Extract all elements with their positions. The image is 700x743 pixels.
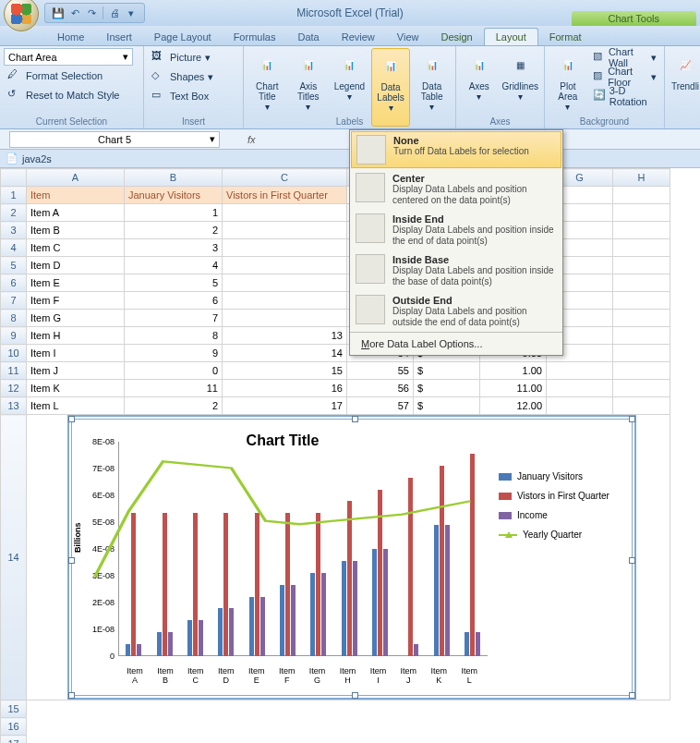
cell-H11[interactable]: [613, 362, 670, 380]
shapes-button[interactable]: ◇Shapes▾: [148, 67, 239, 86]
more-data-label-options[interactable]: More Data Label Options...: [350, 332, 562, 355]
cell-B11[interactable]: 0: [125, 362, 223, 380]
cell-C12[interactable]: 16: [223, 380, 347, 397]
row-header-1[interactable]: 1: [1, 187, 27, 204]
cell-E11[interactable]: $: [414, 362, 480, 380]
row-header-10[interactable]: 10: [1, 345, 27, 362]
cell-A5[interactable]: Item D: [27, 257, 125, 274]
tab-layout[interactable]: Layout: [484, 28, 538, 45]
trendline-button[interactable]: 📈Trendli: [669, 48, 700, 127]
picture-button[interactable]: 🖼Picture▾: [148, 48, 239, 67]
resize-handle[interactable]: [68, 557, 75, 564]
cell-A2[interactable]: Item A: [27, 204, 125, 222]
tab-review[interactable]: Review: [331, 29, 386, 45]
cell-A6[interactable]: Item E: [27, 274, 125, 292]
cell-E12[interactable]: $: [414, 380, 480, 397]
cell-C11[interactable]: 15: [223, 362, 347, 380]
cell-D13[interactable]: 57: [347, 397, 414, 415]
cell-E13[interactable]: $: [414, 397, 480, 415]
fx-icon[interactable]: fx: [247, 134, 256, 145]
resize-handle[interactable]: [629, 416, 635, 422]
col-header-H[interactable]: H: [613, 169, 670, 187]
tab-data[interactable]: Data: [286, 29, 330, 45]
row-header-4[interactable]: 4: [1, 239, 27, 257]
print-icon[interactable]: 🖨: [107, 6, 122, 20]
cell-B1[interactable]: January Visitors: [125, 187, 223, 204]
cell-C2[interactable]: [223, 204, 347, 222]
cell-H9[interactable]: [613, 327, 670, 345]
row-header-15[interactable]: 15: [1, 700, 27, 718]
cell-F11[interactable]: 1.00: [480, 362, 547, 380]
cell-A7[interactable]: Item F: [27, 292, 125, 310]
cell-D12[interactable]: 56: [347, 380, 414, 397]
textbox-button[interactable]: ▭Text Box: [148, 87, 239, 105]
tab-page-layout[interactable]: Page Layout: [143, 29, 223, 45]
cell-B12[interactable]: 11: [125, 380, 223, 397]
cell-A3[interactable]: Item B: [27, 222, 125, 239]
row-header-12[interactable]: 12: [1, 380, 27, 397]
cell-B8[interactable]: 7: [125, 310, 223, 327]
redo-icon[interactable]: ↷: [84, 6, 99, 20]
chart-object[interactable]: Chart TitleBillions01E-082E-083E-084E-08…: [71, 419, 633, 696]
cell-D11[interactable]: 55: [347, 362, 414, 380]
resize-handle[interactable]: [68, 416, 75, 422]
col-header-A[interactable]: A: [27, 169, 125, 187]
cell-F12[interactable]: 11.00: [480, 380, 547, 397]
cell-H5[interactable]: [613, 257, 670, 274]
dropdown-item-inside-base[interactable]: Inside BaseDisplay Data Labels and posit…: [350, 250, 562, 291]
resize-handle[interactable]: [629, 692, 635, 699]
cell-B9[interactable]: 8: [125, 327, 223, 345]
cell-C1[interactable]: Vistors in First Quarter: [223, 187, 347, 204]
cell-C10[interactable]: 14: [223, 345, 347, 362]
tab-formulas[interactable]: Formulas: [223, 29, 287, 45]
row-header-3[interactable]: 3: [1, 222, 27, 239]
row-header-11[interactable]: 11: [1, 362, 27, 380]
legend-item[interactable]: January Visitors: [499, 471, 622, 481]
cell-G13[interactable]: [547, 397, 613, 415]
legend-item[interactable]: Vistors in First Quarter: [499, 491, 622, 501]
legend-item[interactable]: Income: [499, 510, 622, 520]
dropdown-item-outside-end[interactable]: Outside EndDisplay Data Labels and posit…: [350, 291, 562, 332]
row-header-13[interactable]: 13: [1, 397, 27, 415]
row-header-14[interactable]: 14: [1, 415, 27, 700]
tab-insert[interactable]: Insert: [95, 29, 143, 45]
tab-home[interactable]: Home: [46, 29, 95, 45]
format-selection-button[interactable]: 🖊 Format Selection: [4, 67, 139, 85]
qat-more-icon[interactable]: ▾: [124, 6, 139, 20]
gridlines-button[interactable]: ▦Gridlines▾: [501, 48, 540, 127]
row-header-16[interactable]: 16: [1, 718, 27, 736]
tab-format[interactable]: Format: [538, 29, 593, 45]
cell-A13[interactable]: Item L: [27, 397, 125, 415]
save-icon[interactable]: 💾: [51, 6, 66, 20]
row-header-9[interactable]: 9: [1, 327, 27, 345]
cell-A10[interactable]: Item I: [27, 345, 125, 362]
reset-style-button[interactable]: ↺ Reset to Match Style: [4, 86, 139, 104]
chevron-down-icon[interactable]: ▾: [210, 133, 215, 145]
row-header-7[interactable]: 7: [1, 292, 27, 310]
cell-B2[interactable]: 1: [125, 204, 223, 222]
cell-H12[interactable]: [613, 380, 670, 397]
data-labels-button[interactable]: 📊Data Labels▾: [371, 48, 411, 127]
cell-C3[interactable]: [223, 222, 347, 239]
plot-area-button[interactable]: 📊Plot Area▾: [549, 48, 587, 127]
col-header-B[interactable]: B: [125, 169, 223, 187]
data-table-button[interactable]: 📊Data Table▾: [412, 48, 452, 127]
axis-titles-button[interactable]: 📊Axis Titles▾: [289, 48, 329, 127]
3d-rotation-button[interactable]: 🔄3-D Rotation: [589, 87, 660, 105]
dropdown-item-none[interactable]: NoneTurn off Data Labels for selection: [351, 131, 561, 168]
tab-design[interactable]: Design: [429, 29, 483, 45]
cell-B3[interactable]: 2: [125, 222, 223, 239]
cell-C13[interactable]: 17: [223, 397, 347, 415]
row-header-17[interactable]: 17: [1, 736, 27, 744]
chart-legend[interactable]: January VisitorsVistors in First Quarter…: [488, 425, 626, 689]
cell-A9[interactable]: Item H: [27, 327, 125, 345]
axes-button[interactable]: 📊Axes▾: [460, 48, 499, 127]
cell-A11[interactable]: Item J: [27, 362, 125, 380]
select-all-corner[interactable]: [1, 169, 27, 187]
chart-element-combo[interactable]: Chart Area▾: [4, 48, 133, 66]
resize-handle[interactable]: [68, 692, 75, 699]
legend-item[interactable]: Yearly Quarter: [499, 530, 622, 540]
cell-B4[interactable]: 3: [125, 239, 223, 257]
row-header-5[interactable]: 5: [1, 257, 27, 274]
cell-C6[interactable]: [223, 274, 347, 292]
